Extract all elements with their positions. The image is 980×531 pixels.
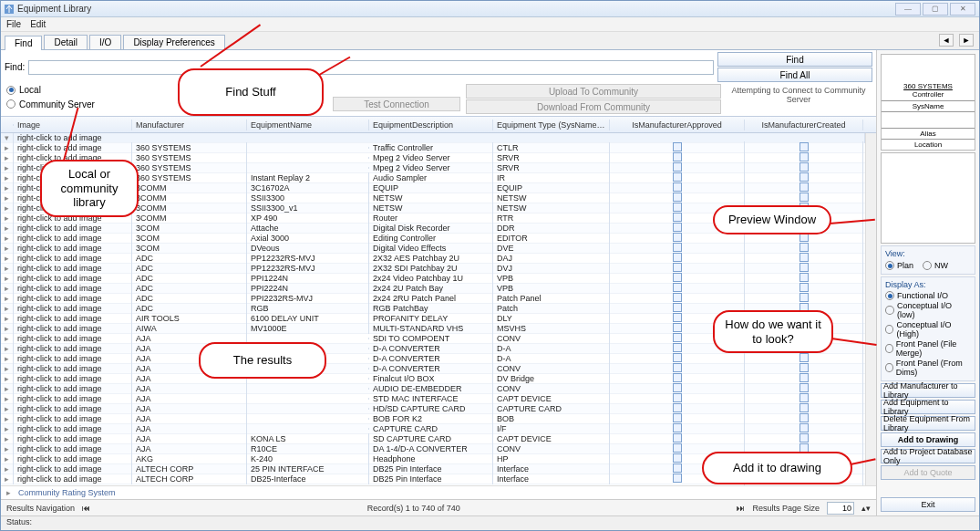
approved-checkbox[interactable] bbox=[673, 293, 682, 302]
page-size-input[interactable] bbox=[827, 502, 854, 515]
approved-checkbox[interactable] bbox=[673, 142, 682, 151]
download-community-button[interactable]: Download From Community bbox=[466, 99, 721, 114]
col-equipment-name[interactable]: EquipmentName bbox=[247, 120, 369, 130]
created-checkbox[interactable] bbox=[799, 243, 809, 252]
community-rating-link[interactable]: Community Rating System bbox=[18, 488, 116, 497]
approved-checkbox[interactable] bbox=[673, 223, 682, 232]
created-checkbox[interactable] bbox=[799, 423, 809, 432]
created-checkbox[interactable] bbox=[799, 353, 809, 362]
created-checkbox[interactable] bbox=[799, 403, 809, 412]
created-checkbox[interactable] bbox=[799, 273, 809, 282]
approved-checkbox[interactable] bbox=[673, 213, 682, 222]
nav-forward-button[interactable]: ► bbox=[959, 34, 974, 47]
approved-checkbox[interactable] bbox=[673, 203, 682, 212]
minimize-button[interactable]: — bbox=[895, 3, 921, 16]
created-checkbox[interactable] bbox=[799, 433, 809, 442]
approved-checkbox[interactable] bbox=[673, 463, 682, 473]
approved-checkbox[interactable] bbox=[673, 182, 682, 192]
approved-checkbox[interactable] bbox=[673, 443, 682, 453]
approved-checkbox[interactable] bbox=[673, 383, 682, 392]
nav-back-button[interactable]: ◄ bbox=[939, 34, 954, 47]
approved-checkbox[interactable] bbox=[673, 353, 682, 362]
approved-checkbox[interactable] bbox=[673, 403, 682, 412]
tab-find[interactable]: Find bbox=[5, 36, 42, 50]
approved-checkbox[interactable] bbox=[673, 453, 682, 463]
radio-local[interactable] bbox=[6, 86, 15, 95]
radio-nw[interactable] bbox=[923, 261, 932, 270]
approved-checkbox[interactable] bbox=[673, 152, 682, 161]
add-to-project-db-button[interactable]: Add to Project Database Only bbox=[881, 449, 975, 463]
approved-checkbox[interactable] bbox=[673, 233, 682, 242]
approved-checkbox[interactable] bbox=[673, 474, 682, 483]
delete-equipment-button[interactable]: Delete Equipment From Library bbox=[881, 416, 975, 431]
approved-checkbox[interactable] bbox=[673, 333, 682, 342]
approved-checkbox[interactable] bbox=[673, 433, 682, 442]
approved-checkbox[interactable] bbox=[673, 423, 682, 432]
page-size-stepper-icon[interactable]: ▴▾ bbox=[861, 504, 871, 513]
radio-conceptual-low[interactable] bbox=[885, 306, 894, 315]
created-checkbox[interactable] bbox=[799, 142, 809, 151]
created-checkbox[interactable] bbox=[799, 283, 809, 292]
col-manufacturer-created[interactable]: IsManufacturerCreated bbox=[745, 120, 863, 130]
approved-checkbox[interactable] bbox=[673, 263, 682, 272]
exit-button[interactable]: Exit bbox=[881, 497, 975, 512]
approved-checkbox[interactable] bbox=[673, 243, 682, 252]
nav-first-icon[interactable]: ⏮ bbox=[82, 504, 90, 513]
find-all-button[interactable]: Find All bbox=[717, 68, 872, 82]
created-checkbox[interactable] bbox=[799, 263, 809, 272]
radio-community[interactable] bbox=[6, 99, 15, 109]
col-equipment-type[interactable]: Equipment Type (SysName Prefix) bbox=[493, 120, 610, 130]
find-button[interactable]: Find bbox=[717, 52, 872, 67]
approved-checkbox[interactable] bbox=[673, 343, 682, 352]
menu-file[interactable]: File bbox=[6, 19, 21, 29]
approved-checkbox[interactable] bbox=[673, 162, 682, 172]
approved-checkbox[interactable] bbox=[673, 273, 682, 282]
approved-checkbox[interactable] bbox=[673, 363, 682, 372]
grid-scrollbar[interactable] bbox=[865, 133, 876, 485]
find-input[interactable] bbox=[28, 60, 714, 75]
upload-community-button[interactable]: Upload To Community bbox=[466, 84, 721, 99]
add-to-drawing-button[interactable]: Add to Drawing bbox=[881, 432, 975, 447]
created-checkbox[interactable] bbox=[799, 373, 809, 382]
radio-front-panel-dims[interactable] bbox=[885, 363, 893, 372]
approved-checkbox[interactable] bbox=[673, 193, 682, 202]
created-checkbox[interactable] bbox=[799, 253, 809, 262]
approved-checkbox[interactable] bbox=[673, 303, 682, 312]
approved-checkbox[interactable] bbox=[673, 413, 682, 422]
approved-checkbox[interactable] bbox=[673, 373, 682, 382]
col-manufacturer-approved[interactable]: IsManufacturerApproved bbox=[610, 120, 745, 130]
created-checkbox[interactable] bbox=[799, 162, 809, 172]
radio-functional-io[interactable] bbox=[885, 291, 894, 300]
created-checkbox[interactable] bbox=[799, 363, 809, 372]
created-checkbox[interactable] bbox=[799, 413, 809, 422]
created-checkbox[interactable] bbox=[799, 172, 809, 182]
col-equipment-description[interactable]: EquipmentDescription bbox=[369, 120, 493, 130]
menu-edit[interactable]: Edit bbox=[30, 19, 46, 29]
approved-checkbox[interactable] bbox=[673, 253, 682, 262]
test-connection-button[interactable]: Test Connection bbox=[333, 97, 460, 111]
add-manufacturer-button[interactable]: Add Manufacturer to Library bbox=[881, 383, 975, 398]
nav-last-icon[interactable]: ⏭ bbox=[737, 504, 745, 513]
close-button[interactable]: ✕ bbox=[950, 3, 975, 16]
approved-checkbox[interactable] bbox=[673, 393, 682, 402]
tab-detail[interactable]: Detail bbox=[44, 35, 88, 49]
created-checkbox[interactable] bbox=[799, 393, 809, 402]
tab-io[interactable]: I/O bbox=[89, 35, 121, 49]
created-checkbox[interactable] bbox=[799, 193, 809, 202]
tab-display-preferences[interactable]: Display Preferences bbox=[123, 35, 224, 49]
created-checkbox[interactable] bbox=[799, 182, 809, 192]
radio-plan[interactable] bbox=[885, 261, 894, 270]
add-equipment-button[interactable]: Add Equipment to Library bbox=[881, 400, 975, 414]
approved-checkbox[interactable] bbox=[673, 323, 682, 332]
approved-checkbox[interactable] bbox=[673, 283, 682, 292]
col-manufacturer[interactable]: Manufacturer bbox=[132, 120, 247, 130]
created-checkbox[interactable] bbox=[799, 152, 809, 161]
maximize-button[interactable]: ▢ bbox=[923, 3, 948, 16]
radio-front-panel-merge[interactable] bbox=[885, 344, 893, 353]
created-checkbox[interactable] bbox=[799, 293, 809, 302]
radio-conceptual-high[interactable] bbox=[885, 325, 893, 334]
created-checkbox[interactable] bbox=[799, 383, 809, 392]
approved-checkbox[interactable] bbox=[673, 313, 682, 322]
approved-checkbox[interactable] bbox=[673, 172, 682, 182]
titlebar[interactable]: Equipment Library — ▢ ✕ bbox=[1, 1, 979, 17]
